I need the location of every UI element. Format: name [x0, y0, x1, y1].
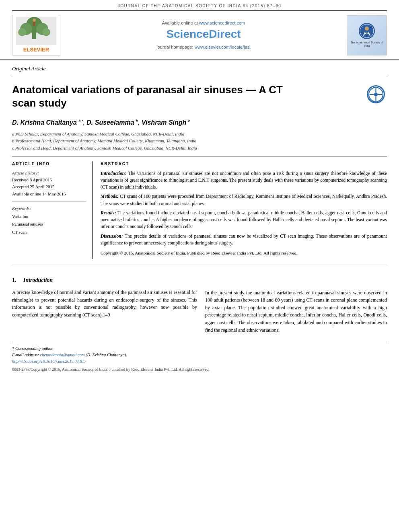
elsevier-logo: ELSEVIER — [12, 15, 60, 55]
accepted-date: Accepted 25 April 2015 — [12, 184, 86, 190]
svg-point-6 — [33, 18, 36, 22]
email-label: E-mail address: — [12, 353, 39, 357]
keywords-label: Keywords: — [12, 205, 86, 212]
body-left-column: 1. Introduction A precise knowledge of n… — [12, 276, 197, 334]
section1-right-text: In the present study the anatomical vari… — [205, 276, 387, 334]
available-online-date: Available online 14 May 2015 — [12, 191, 86, 197]
svg-point-4 — [18, 28, 26, 36]
science-text: Science — [166, 28, 209, 40]
received-date: Received 8 April 2015 — [12, 177, 86, 183]
results-text: The variations found include deviated na… — [101, 210, 387, 229]
body-content: 1. Introduction A precise knowledge of n… — [12, 264, 387, 334]
available-online-text: Available online at www.sciencedirect.co… — [64, 20, 343, 26]
svg-point-9 — [365, 27, 369, 31]
tree-svg — [16, 17, 52, 39]
sciencedirect-link[interactable]: www.sciencedirect.com — [199, 21, 245, 25]
intro-text: The variations of paranasal air sinuses … — [101, 171, 387, 190]
section1-left-text: A precise knowledge of normal and varian… — [12, 289, 197, 318]
anatomical-circle-logo — [359, 23, 375, 39]
title-section: Anatomical variations of paranasal air s… — [12, 79, 387, 113]
banner-center: Available online at www.sciencedirect.co… — [64, 20, 343, 51]
article-title: Anatomical variations of paranasal air s… — [12, 83, 294, 109]
email-link[interactable]: chetandanala@gmail.com — [40, 353, 85, 357]
info-abstract-columns: ARTICLE INFO Article history: Received 8… — [12, 156, 387, 264]
body-right-column: In the present study the anatomical vari… — [205, 276, 387, 334]
methods-head: Methods: — [101, 194, 119, 199]
article-type: Original Article — [12, 60, 387, 75]
keywords-list: Variation Paranasal sinuses CT scan — [12, 213, 86, 236]
affiliation-b: b Professor and Head, Department of Anat… — [12, 138, 387, 145]
results-head: Results: — [101, 210, 116, 215]
methods-text: CT scans of 100 patients were procured f… — [101, 194, 387, 205]
elsevier-brand-text: ELSEVIER — [23, 46, 49, 53]
elsevier-tree-image — [16, 17, 56, 45]
doi-link[interactable]: http://dx.doi.org/10.1016/j.jasi.2015.04… — [12, 359, 86, 364]
affiliation-c: c Professor and Head, Department of Anat… — [12, 145, 387, 152]
crossmark-svg — [368, 86, 384, 103]
section1-title-text: Introduction — [23, 277, 53, 283]
authors-line: D. Krishna Chaitanya a,*, D. Suseelamma … — [12, 113, 387, 130]
footer-section: * Corresponding author. E-mail address: … — [12, 342, 387, 376]
footer-note: * Corresponding author. E-mail address: … — [12, 345, 387, 364]
abstract-copyright: Copyright © 2015, Anatomical Society of … — [101, 250, 387, 257]
direct-text: Direct — [209, 28, 241, 40]
affiliations: a PhD Scholar, Department of Anatomy, Sa… — [12, 131, 387, 156]
author3: Vishram Singh — [142, 119, 186, 126]
results-paragraph: Results: The variations found include de… — [101, 210, 387, 230]
abstract-text: Introduction: The variations of paranasa… — [101, 170, 387, 257]
footer-copyright: 0003-2778/Copyright © 2015, Anatomical S… — [12, 367, 387, 372]
discussion-paragraph: Discussion: The precise details of varia… — [101, 233, 387, 247]
section1-title: 1. Introduction — [12, 276, 197, 285]
svg-point-5 — [42, 28, 50, 36]
author2: D. Suseelamma — [86, 119, 134, 126]
homepage-link[interactable]: www.elsevier.com/locate/jasi — [194, 45, 250, 49]
email-suffix: (D. Krishna Chaitanya). — [86, 353, 127, 357]
keyword-1: Variation — [12, 213, 86, 221]
logo-svg — [360, 24, 374, 38]
author1: D. Krishna Chaitanya — [12, 119, 77, 126]
svg-rect-7 — [33, 22, 35, 26]
corresponding-label: * Corresponding author. — [12, 346, 53, 351]
journal-header: Journal of the Anatomical Society of Ind… — [12, 0, 387, 11]
anatomical-society-logo: The Anatomical Society of India — [347, 15, 387, 55]
abstract-panel: ABSTRACT Introduction: The variations of… — [101, 161, 387, 259]
sciencedirect-brand: ScienceDirect — [64, 26, 343, 42]
main-content: Original Article Anatomical variations o… — [0, 60, 399, 334]
article-history-label: Article history: — [12, 170, 86, 176]
article-info-panel: ARTICLE INFO Article history: Received 8… — [12, 161, 93, 259]
society-name-text: The Anatomical Society of India — [349, 41, 385, 48]
crossmark-badge — [367, 85, 387, 105]
methods-paragraph: Methods: CT scans of 100 patients were p… — [101, 193, 387, 207]
article-info-heading: ARTICLE INFO — [12, 161, 86, 167]
intro-paragraph: Introduction: The variations of paranasa… — [101, 170, 387, 191]
discussion-head: Discussion: — [101, 234, 123, 238]
abstract-heading: ABSTRACT — [101, 161, 387, 167]
intro-head: Introduction: — [101, 171, 126, 176]
keyword-2: Paranasal sinuses — [12, 220, 86, 228]
crossmark-circle — [367, 85, 385, 103]
discussion-text: The precise details of variations of par… — [101, 234, 387, 245]
svg-point-13 — [374, 92, 378, 96]
section1-number: 1. — [12, 277, 16, 283]
affiliation-a: a PhD Scholar, Department of Anatomy, Sa… — [12, 131, 387, 138]
homepage-text: journal homepage: www.elsevier.com/locat… — [64, 44, 343, 50]
top-banner: ELSEVIER Available online at www.science… — [0, 11, 399, 60]
journal-name: Journal of the Anatomical Society of Ind… — [118, 4, 282, 8]
divider — [12, 201, 86, 201]
keyword-3: CT scan — [12, 228, 86, 236]
svg-point-8 — [360, 24, 374, 38]
